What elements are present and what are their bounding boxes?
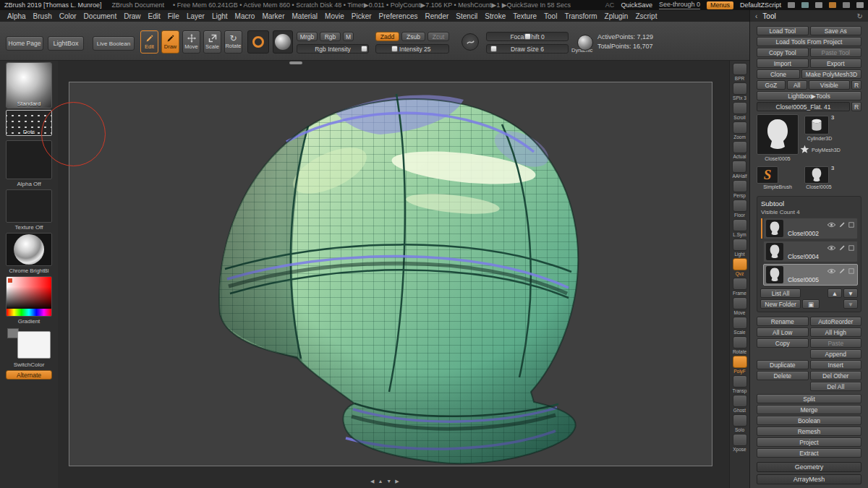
nav-right-icon[interactable]: ▶ (395, 479, 402, 484)
boolean-button[interactable]: Boolean (757, 416, 861, 425)
rotate-button[interactable]: ↻ Rotate (224, 30, 242, 53)
current-brush-thumbnail[interactable]: Standard (6, 62, 52, 108)
shelf-aahalf[interactable]: AAHalf (732, 160, 746, 179)
zadd-button[interactable]: Zadd (375, 32, 399, 41)
lightbox-tools-button[interactable]: Lightbox▶Tools (757, 91, 861, 100)
texture-thumbnail[interactable] (6, 189, 52, 223)
goz-button[interactable]: GoZ (757, 80, 786, 90)
menu-item-color[interactable]: Color (56, 12, 80, 20)
goz-r-button[interactable]: R (851, 80, 861, 90)
insert-button[interactable]: Insert (810, 360, 862, 369)
home-page-button[interactable]: Home Page (6, 36, 43, 51)
brush-icon[interactable] (839, 267, 846, 275)
shelf-qvz[interactable]: Qvz (733, 258, 747, 276)
live-boolean-button[interactable]: Live Boolean (93, 36, 135, 51)
primary-color-swatch[interactable] (17, 331, 51, 359)
eye-icon[interactable] (827, 221, 836, 229)
poly-icon[interactable] (848, 267, 854, 275)
project-button[interactable]: Project (757, 437, 861, 447)
poly-icon[interactable] (848, 221, 854, 229)
document-area[interactable] (69, 82, 712, 466)
tool-thumbnail-simplebrush[interactable]: S (757, 166, 778, 184)
sculpt-model[interactable] (69, 82, 713, 467)
menu-item-edit[interactable]: Edit (145, 12, 164, 20)
tool-r-button[interactable]: R (851, 102, 861, 111)
shelf-scroll[interactable]: Scroll (733, 102, 747, 120)
append-button[interactable]: Append (810, 349, 862, 359)
shelf-persp[interactable]: Persp (733, 180, 747, 198)
menu-item-document[interactable]: Document (80, 12, 121, 20)
all-high-button[interactable]: All High (810, 328, 862, 337)
menu-item-draw[interactable]: Draw (120, 12, 144, 20)
active-tool-thumbnail[interactable] (757, 114, 799, 155)
draw-button[interactable]: Draw (161, 30, 179, 53)
layers-icon[interactable] (829, 2, 836, 8)
split-button[interactable]: Split (757, 394, 861, 403)
shelf-actual[interactable]: Actual (733, 141, 747, 159)
stroke-curve-icon[interactable] (461, 33, 479, 51)
menu-item-marker[interactable]: Marker (258, 12, 288, 20)
palette-header-geometry[interactable]: Geometry (757, 462, 861, 472)
make-polymesh3d-button[interactable]: Make PolyMesh3D (801, 69, 861, 79)
menu-item-texture[interactable]: Texture (509, 12, 540, 20)
menu-item-picker[interactable]: Picker (348, 12, 375, 20)
subtool-up-button[interactable]: ▲ (827, 288, 842, 298)
merge-button[interactable]: Merge (757, 405, 861, 414)
help-icon[interactable] (856, 2, 864, 8)
shelf-move[interactable]: Move (733, 297, 747, 315)
rename-button[interactable]: Rename (757, 317, 809, 326)
move-down-button[interactable]: ▼ (843, 299, 858, 309)
window-icon[interactable] (788, 2, 795, 8)
active-tool-name-field[interactable]: Close!0005_Flat. 41 (757, 102, 850, 111)
tool-thumbnail-polymesh3d[interactable]: PolyMesh3D (800, 145, 841, 155)
alternate-button[interactable]: Alternate (6, 370, 52, 380)
hue-bar[interactable] (7, 309, 51, 316)
shelf-scale[interactable]: Scale (733, 317, 747, 335)
shelf-xpose[interactable]: Xpose (733, 434, 747, 452)
slider-knob[interactable] (391, 46, 398, 52)
copy-button[interactable]: Copy (757, 338, 809, 348)
rgb-intensity-slider[interactable]: Rgb Intensity (297, 44, 369, 53)
see-through-slider[interactable]: See-through 0 (659, 1, 700, 9)
paste-tool-button[interactable]: Paste Tool (810, 48, 862, 57)
current-brush-tile[interactable] (247, 30, 269, 53)
shelf-l-sym[interactable]: L.Sym (733, 219, 747, 237)
menu-item-material[interactable]: Material (289, 12, 322, 20)
menu-item-render[interactable]: Render (422, 12, 453, 20)
subtool-item-close-0004[interactable]: Close!0004 (763, 241, 858, 262)
folder-out-button[interactable]: ▣ (802, 299, 820, 309)
menu-item-preferences[interactable]: Preferences (375, 12, 422, 20)
canvas-scroll-nub[interactable] (289, 61, 302, 64)
subtool-header[interactable]: Subtool (761, 200, 858, 207)
shelf-rotate[interactable]: Rotate (733, 336, 747, 354)
duplicate-button[interactable]: Duplicate (757, 360, 809, 369)
menu-item-brush[interactable]: Brush (30, 12, 56, 20)
tool-thumbnail-cylinder3d[interactable] (804, 116, 829, 134)
nav-updown-icon[interactable]: ▲▼ (378, 479, 395, 484)
menu-item-zscript[interactable]: Zscript (631, 12, 660, 20)
current-material-tile[interactable] (273, 30, 293, 53)
copy-tool-button[interactable]: Copy Tool (757, 48, 809, 57)
subtool-item-close-0002[interactable]: Close!0002 (763, 218, 858, 239)
menu-item-zplugin[interactable]: Zplugin (601, 12, 632, 20)
menu-item-alpha[interactable]: Alpha (4, 12, 30, 20)
subtool-item-close-0005[interactable]: Close!0005 (763, 264, 858, 286)
rgb-button[interactable]: Rgb (320, 32, 341, 41)
draw-size-slider[interactable]: Draw Size 6 (486, 44, 569, 53)
remesh-button[interactable]: Remesh (757, 427, 861, 436)
goz-all-button[interactable]: All (787, 80, 807, 90)
slider-knob[interactable] (524, 33, 531, 40)
menu-item-tool[interactable]: Tool (540, 12, 561, 20)
default-zscript-button[interactable]: DefaultZScript (740, 1, 781, 9)
export-button[interactable]: Export (810, 59, 862, 68)
quicksave-button[interactable]: QuickSave (621, 1, 652, 9)
zsub-button[interactable]: Zsub (401, 32, 425, 41)
extract-button[interactable]: Extract (757, 448, 861, 458)
new-folder-button[interactable]: New Folder (760, 299, 801, 309)
shelf-frame[interactable]: Frame (733, 278, 747, 296)
menu-item-file[interactable]: File (164, 12, 183, 20)
menu-item-stencil[interactable]: Stencil (452, 12, 481, 20)
subtool-down-button[interactable]: ▼ (843, 288, 858, 298)
palette-icon[interactable] (801, 2, 809, 8)
shelf-spix-3[interactable]: SPix 3 (733, 82, 747, 100)
